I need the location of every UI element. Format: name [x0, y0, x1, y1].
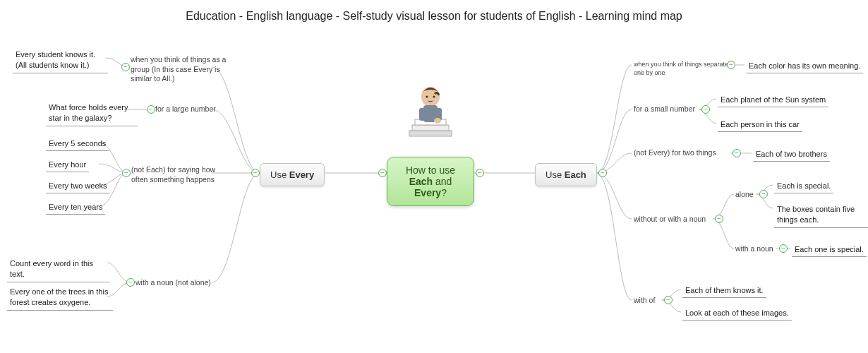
collapse-icon[interactable] [122, 169, 131, 177]
leaf-every-2weeks: Every two weeks [46, 179, 110, 193]
collapse-icon[interactable] [147, 105, 155, 114]
collapse-icon[interactable] [664, 296, 673, 304]
center-line1: How to use [399, 164, 462, 176]
leaf-count-every-word: Count every word in this text. [7, 257, 109, 282]
collapse-icon[interactable] [598, 169, 607, 177]
every-howoften-label: (not Each) for saying how often somethin… [131, 165, 230, 184]
page-title: Education - English language - Self-stud… [0, 10, 868, 23]
collapse-icon[interactable] [251, 169, 260, 177]
collapse-icon[interactable] [701, 105, 710, 114]
collapse-icon[interactable] [378, 169, 387, 177]
svg-rect-0 [409, 131, 452, 136]
collapse-icon[interactable] [126, 278, 135, 287]
leaf-every-5s: Every 5 seconds [46, 137, 109, 151]
every-group-label: when you think of things as a group (In … [131, 55, 236, 84]
leaf-each-of-them: Each of them knows it. [682, 284, 766, 298]
leaf-each-planet: Each planet of the Sun system [718, 93, 828, 107]
leaf-five-things-each: The boxes contain five things each. [774, 203, 868, 228]
svg-rect-1 [412, 125, 449, 131]
each-with-noun-label: with a noun [735, 244, 773, 254]
center-line2: Each and Every? [399, 176, 462, 198]
each-alone-label: alone [735, 190, 754, 200]
leaf-each-special: Each is special. [774, 179, 833, 193]
collapse-icon[interactable] [476, 169, 484, 177]
each-with-without-noun-label: without or with a noun [634, 215, 706, 225]
branch-use-every[interactable]: Use Every [260, 163, 325, 186]
collapse-icon[interactable] [733, 149, 741, 157]
each-two-things-label: (not Every) for two things [634, 148, 716, 158]
leaf-every-student: Every student knows it. (All students kn… [13, 48, 108, 73]
svg-rect-5 [419, 108, 425, 121]
each-with-of-label: with of [634, 296, 655, 306]
leaf-each-of-images: Look at each of these images. [682, 306, 792, 321]
collapse-icon[interactable] [759, 190, 768, 198]
svg-point-8 [433, 96, 435, 98]
every-withnoun-label: with a noun (not alone) [135, 278, 211, 288]
leaf-every-10years: Every ten years [46, 201, 105, 215]
collapse-icon[interactable] [779, 244, 788, 253]
collapse-icon[interactable] [727, 61, 735, 69]
each-separately-label: when you think of things separately, one… [634, 61, 740, 77]
collapse-icon[interactable] [715, 215, 723, 223]
leaf-each-two-brothers: Each of two brothers [753, 148, 830, 162]
svg-point-7 [426, 96, 428, 98]
leaf-every-star: What force holds every star in the galax… [46, 101, 138, 126]
svg-point-3 [421, 87, 440, 107]
collapse-icon[interactable] [121, 63, 130, 71]
leaf-every-hour: Every hour [46, 158, 89, 172]
leaf-each-person: Each person in this car [718, 118, 802, 132]
each-small-number-label: for a small number [634, 104, 695, 114]
leaf-every-one-trees: Every one of the trees in this forest cr… [7, 285, 113, 311]
center-topic[interactable]: How to use Each and Every? [387, 157, 474, 206]
every-large-number-label: for a large number [155, 104, 216, 114]
leaf-each-color: Each color has its own meaning. [746, 59, 863, 73]
branch-use-each[interactable]: Use Each [535, 163, 597, 186]
leaf-each-one-special: Each one is special. [792, 243, 867, 257]
student-illustration [395, 81, 466, 147]
svg-point-9 [434, 118, 441, 124]
